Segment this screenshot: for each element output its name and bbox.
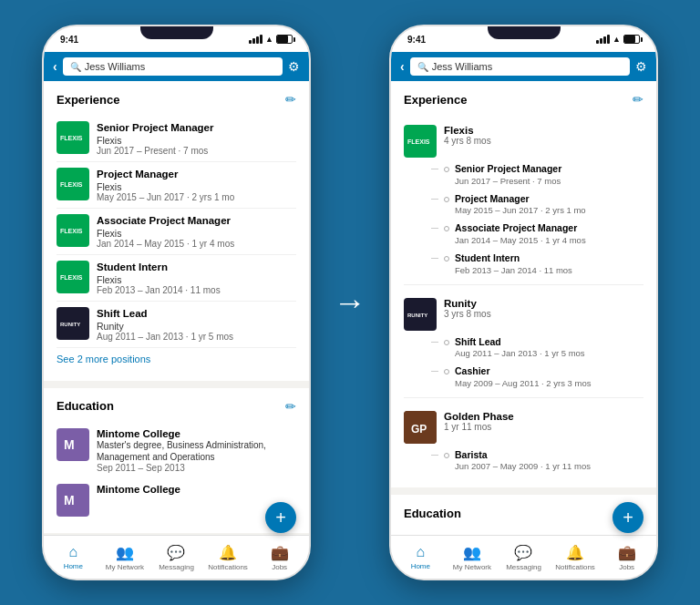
exp-item-1: FLEXIS Project Manager Flexis May 2015 –… [57, 162, 296, 209]
dot-r0 [444, 340, 449, 345]
sub-info-flexis-1: Project Manager May 2015 – Jun 2017 · 2 … [455, 193, 586, 216]
group-header-flexis: FLEXIS Flexis 4 yrs 8 mos [404, 119, 643, 159]
group-duration-runity: 3 yrs 8 mos [444, 309, 491, 319]
messaging-label-right: Messaging [506, 563, 541, 571]
exp-dates-0: Jun 2017 – Present · 7 mos [97, 146, 296, 156]
flexis-logo-2: FLEXIS [57, 214, 89, 247]
search-bar-right[interactable]: 🔍 Jess Williams [410, 57, 630, 76]
sub-dates-flexis-2: Jan 2014 – May 2015 · 1 yr 4 mos [455, 235, 586, 245]
exp-company-3: Flexis [97, 274, 296, 285]
nav-network-right[interactable]: 👥 My Network [452, 544, 492, 571]
group-company-info-golden: Golden Phase 1 yr 11 mos [444, 411, 514, 432]
edu-title-left: Education [57, 399, 114, 413]
wifi-left: ▲ [265, 35, 273, 44]
time-right: 9:41 [407, 35, 426, 45]
svg-text:FLEXIS: FLEXIS [60, 135, 83, 141]
sub-dates-runity-1: May 2009 – Aug 2011 · 2 yrs 3 mos [455, 378, 591, 388]
nav-home-right[interactable]: ⌂ Home [400, 544, 440, 570]
notifications-label-right: Notifications [555, 563, 595, 571]
arrow-icon: → [334, 283, 366, 322]
bottom-nav-right: ⌂ Home 👥 My Network 💬 Messaging 🔔 Notifi… [391, 535, 656, 579]
notifications-icon-right: 🔔 [566, 544, 584, 561]
dot-3 [444, 256, 449, 261]
nav-jobs-left[interactable]: 💼 Jobs [260, 544, 300, 571]
jobs-icon-left: 💼 [271, 544, 289, 561]
exp-title-2: Associate Project Manager [97, 214, 296, 228]
back-button-right[interactable]: ‹ [400, 59, 405, 74]
group-company-name-runity: Runity [444, 298, 491, 309]
home-label-right: Home [411, 562, 430, 570]
nav-network-left[interactable]: 👥 My Network [105, 544, 145, 571]
sub-item-runity-0: Shift Lead Aug 2011 – Jan 2013 · 1 yr 5 … [444, 333, 643, 363]
phone-left: 9:41 ▲ ‹ 🔍 Jess Williams ⚙ [42, 25, 311, 580]
status-bar-left: 9:41 ▲ [44, 26, 309, 52]
nav-home-left[interactable]: ⌂ Home [53, 544, 93, 570]
sub-title-runity-0: Shift Lead [455, 336, 585, 349]
svg-text:RUNITY: RUNITY [407, 313, 427, 318]
arrow-container: → [327, 283, 373, 322]
edu-item-1: M Mintome College [57, 478, 296, 522]
time-left: 9:41 [60, 35, 78, 45]
exp-edit-left[interactable]: ✏ [285, 92, 296, 107]
svg-text:FLEXIS: FLEXIS [60, 274, 83, 281]
sub-info-golden-0: Barista Jun 2007 – May 2009 · 1 yr 11 mo… [455, 449, 591, 472]
nav-notifications-left[interactable]: 🔔 Notifications [208, 544, 248, 571]
home-icon-right: ⌂ [416, 544, 425, 560]
group-flexis: FLEXIS Flexis 4 yrs 8 mos Senior Project… [404, 116, 643, 281]
edu-item-0: M Mintome College Master's degree, Busin… [57, 423, 296, 478]
exp-dates-3: Feb 2013 – Jan 2014 · 11 mos [97, 285, 296, 295]
status-icons-left: ▲ [249, 35, 293, 44]
edu-degree-0: Master's degree, Business Administration… [97, 439, 296, 463]
home-label-left: Home [64, 562, 83, 570]
nav-jobs-right[interactable]: 💼 Jobs [607, 544, 647, 571]
exp-dates-1: May 2015 – Jun 2017 · 2 yrs 1 mo [97, 192, 296, 202]
search-bar-left[interactable]: 🔍 Jess Williams [63, 57, 283, 76]
exp-header-left: Experience ✏ [57, 92, 296, 107]
sub-item-flexis-3: Student Intern Feb 2013 – Jan 2014 · 11 … [444, 249, 643, 279]
divider-1 [404, 284, 643, 285]
sub-dates-golden-0: Jun 2007 – May 2009 · 1 yr 11 mos [455, 461, 591, 471]
messaging-label-left: Messaging [159, 563, 194, 571]
fab-button-left[interactable]: + [265, 502, 296, 533]
sub-title-runity-1: Cashier [455, 365, 591, 378]
exp-edit-right[interactable]: ✏ [633, 92, 643, 107]
see-more-link[interactable]: See 2 more positions [57, 348, 296, 370]
flexis-logo-right: FLEXIS [404, 125, 437, 158]
settings-icon-right[interactable]: ⚙ [635, 59, 647, 74]
status-icons-right: ▲ [596, 35, 640, 44]
sub-dates-flexis-0: Jun 2017 – Present · 7 mos [455, 176, 561, 186]
exp-title-1: Project Manager [97, 168, 296, 181]
exp-item-3: FLEXIS Student Intern Flexis Feb 2013 – … [57, 255, 296, 302]
exp-title-3: Student Intern [97, 261, 296, 274]
edu-edit-left[interactable]: ✏ [285, 399, 296, 414]
exp-header-right: Experience ✏ [404, 92, 643, 107]
dot-0 [444, 167, 449, 172]
divider-2 [404, 397, 643, 398]
nav-notifications-right[interactable]: 🔔 Notifications [555, 544, 595, 571]
jobs-label-left: Jobs [272, 563, 287, 571]
exp-company-2: Flexis [97, 228, 296, 239]
settings-icon-left[interactable]: ⚙ [288, 59, 300, 74]
sub-info-runity-0: Shift Lead Aug 2011 – Jan 2013 · 1 yr 5 … [455, 336, 585, 359]
group-company-info-runity: Runity 3 yrs 8 mos [444, 298, 491, 319]
nav-messaging-left[interactable]: 💬 Messaging [156, 544, 196, 571]
sub-item-flexis-0: Senior Project Manager Jun 2017 – Presen… [444, 159, 643, 190]
exp-info-2: Associate Project Manager Flexis Jan 201… [97, 214, 296, 249]
svg-text:GP: GP [411, 423, 427, 436]
svg-text:FLEXIS: FLEXIS [407, 138, 430, 145]
exp-dates-2: Jan 2014 – May 2015 · 1 yr 4 mos [97, 239, 296, 249]
exp-title-right: Experience [404, 93, 467, 107]
back-button-left[interactable]: ‹ [53, 59, 57, 74]
flexis-logo-3: FLEXIS [57, 261, 89, 293]
svg-text:RUNITY: RUNITY [60, 322, 80, 327]
network-label-right: My Network [453, 563, 491, 571]
exp-title-0: Senior Project Manager [97, 121, 296, 135]
edu-dates-0: Sep 2011 – Sep 2013 [97, 463, 296, 473]
group-company-name-golden: Golden Phase [444, 411, 514, 422]
experience-section-right: Experience ✏ FLEXIS Flexis 4 yrs 8 mos [391, 81, 656, 487]
exp-info-4: Shift Lead Runity Aug 2011 – Jan 2013 · … [97, 307, 296, 342]
nav-messaging-right[interactable]: 💬 Messaging [503, 544, 543, 571]
fab-button-right[interactable]: + [612, 502, 643, 533]
wifi-right: ▲ [612, 35, 621, 44]
group-header-golden: GP Golden Phase 1 yr 11 mos [404, 405, 643, 446]
